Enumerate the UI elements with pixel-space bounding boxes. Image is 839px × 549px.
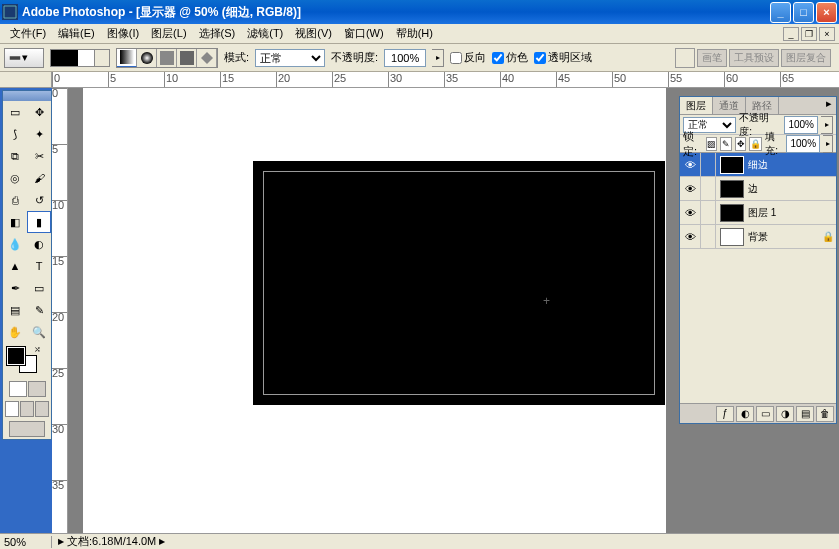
eyedropper-tool[interactable]: ✎ [27,299,51,321]
transparency-checkbox[interactable]: 透明区域 [534,50,592,65]
gradient-angle[interactable] [157,49,177,67]
status-menu-icon[interactable]: ▶ [159,537,165,546]
type-tool[interactable]: T [27,255,51,277]
menu-edit[interactable]: 编辑(E) [52,24,101,43]
minimize-button[interactable]: _ [770,2,791,23]
crop-tool[interactable]: ⧉ [3,145,27,167]
layer-set-button[interactable]: ▭ [756,406,774,422]
layer-row[interactable]: 👁边 [680,177,836,201]
fill-input[interactable] [786,135,820,153]
visibility-icon[interactable]: 👁 [680,207,700,219]
well-layer-comps[interactable]: 图层复合 [781,49,831,67]
menu-layer[interactable]: 图层(L) [145,24,192,43]
menu-help[interactable]: 帮助(H) [390,24,439,43]
layer-row[interactable]: 👁背景🔒 [680,225,836,249]
blur-tool[interactable]: 💧 [3,233,27,255]
lock-all-icon[interactable]: 🔒 [749,137,762,151]
link-cell[interactable] [700,201,716,224]
jump-to-imageready-button[interactable] [9,421,45,437]
brush-tool[interactable]: 🖌 [27,167,51,189]
delete-layer-button[interactable]: 🗑 [816,406,834,422]
slice-tool[interactable]: ✂ [27,145,51,167]
toggle-palettes-icon[interactable] [675,48,695,68]
healing-tool[interactable]: ◎ [3,167,27,189]
close-button[interactable]: × [816,2,837,23]
quickmask-mode-button[interactable] [28,381,46,397]
menu-file[interactable]: 文件(F) [4,24,52,43]
foreground-color[interactable] [7,347,25,365]
layer-name[interactable]: 边 [748,182,822,196]
tab-layers[interactable]: 图层 [680,97,713,114]
screen-standard-button[interactable] [5,401,19,417]
vertical-ruler[interactable]: 0510152025303540 [52,88,68,533]
well-tool-presets[interactable]: 工具预设 [729,49,779,67]
layer-name[interactable]: 图层 1 [748,206,822,220]
horizontal-ruler[interactable]: 05101520253035404550556065 [52,72,839,88]
menu-filter[interactable]: 滤镜(T) [241,24,289,43]
new-layer-button[interactable]: ▤ [796,406,814,422]
visibility-icon[interactable]: 👁 [680,231,700,243]
adjustment-layer-button[interactable]: ◑ [776,406,794,422]
screen-full-button[interactable] [35,401,49,417]
marquee-tool[interactable]: ▭ [3,101,27,123]
maximize-button[interactable]: □ [793,2,814,23]
hand-tool[interactable]: ✋ [3,321,27,343]
link-cell[interactable] [700,153,716,176]
layer-mask-button[interactable]: ◐ [736,406,754,422]
gradient-preview[interactable] [50,49,110,67]
well-brushes[interactable]: 画笔 [697,49,727,67]
zoom-level[interactable]: 50% [0,536,52,548]
screen-full-menubar-button[interactable] [20,401,34,417]
opacity-input[interactable] [384,49,426,67]
dither-checkbox[interactable]: 仿色 [492,50,528,65]
layer-thumbnail[interactable] [720,228,744,246]
wand-tool[interactable]: ✦ [27,123,51,145]
layer-thumbnail[interactable] [720,204,744,222]
reverse-checkbox[interactable]: 反向 [450,50,486,65]
layer-style-button[interactable]: ƒ [716,406,734,422]
menu-select[interactable]: 选择(S) [193,24,242,43]
shape-tool[interactable]: ▭ [27,277,51,299]
panel-menu-icon[interactable]: ▸ [822,97,836,114]
notes-tool[interactable]: ▤ [3,299,27,321]
doc-close-button[interactable]: × [819,27,835,41]
opacity-flyout[interactable]: ▸ [432,49,444,67]
move-tool[interactable]: ✥ [27,101,51,123]
tool-preset-picker[interactable]: ▾ [4,48,44,68]
history-brush-tool[interactable]: ↺ [27,189,51,211]
pen-tool[interactable]: ✒ [3,277,27,299]
gradient-reflected[interactable] [177,49,197,67]
eraser-tool[interactable]: ◧ [3,211,27,233]
link-cell[interactable] [700,225,716,248]
menu-window[interactable]: 窗口(W) [338,24,390,43]
gradient-radial[interactable] [137,49,157,67]
gradient-linear[interactable] [117,49,137,67]
gradient-tool[interactable]: ▮ [27,211,51,233]
layer-thumbnail[interactable] [720,156,744,174]
path-select-tool[interactable]: ▲ [3,255,27,277]
link-cell[interactable] [700,177,716,200]
layer-opacity-input[interactable] [784,116,818,134]
lasso-tool[interactable]: ⟆ [3,123,27,145]
dodge-tool[interactable]: ◐ [27,233,51,255]
visibility-icon[interactable]: 👁 [680,183,700,195]
doc-minimize-button[interactable]: _ [783,27,799,41]
visibility-icon[interactable]: 👁 [680,159,700,171]
layer-row[interactable]: 👁图层 1 [680,201,836,225]
layer-name[interactable]: 细边 [748,158,822,172]
status-flyout-icon[interactable]: ▶ [58,537,64,546]
lock-position-icon[interactable]: ✥ [735,137,746,151]
lock-transparency-icon[interactable]: ▨ [706,137,717,151]
doc-restore-button[interactable]: ❐ [801,27,817,41]
layer-opacity-flyout[interactable]: ▸ [821,116,833,134]
swap-colors-icon[interactable]: ⤭ [34,345,41,354]
stamp-tool[interactable]: ⎙ [3,189,27,211]
zoom-tool[interactable]: 🔍 [27,321,51,343]
menu-image[interactable]: 图像(I) [101,24,145,43]
blend-mode-select[interactable]: 正常 [255,49,325,67]
fill-flyout[interactable]: ▸ [823,135,833,153]
standard-mode-button[interactable] [9,381,27,397]
document-canvas[interactable]: + [83,88,666,533]
menu-view[interactable]: 视图(V) [289,24,338,43]
layer-name[interactable]: 背景 [748,230,822,244]
